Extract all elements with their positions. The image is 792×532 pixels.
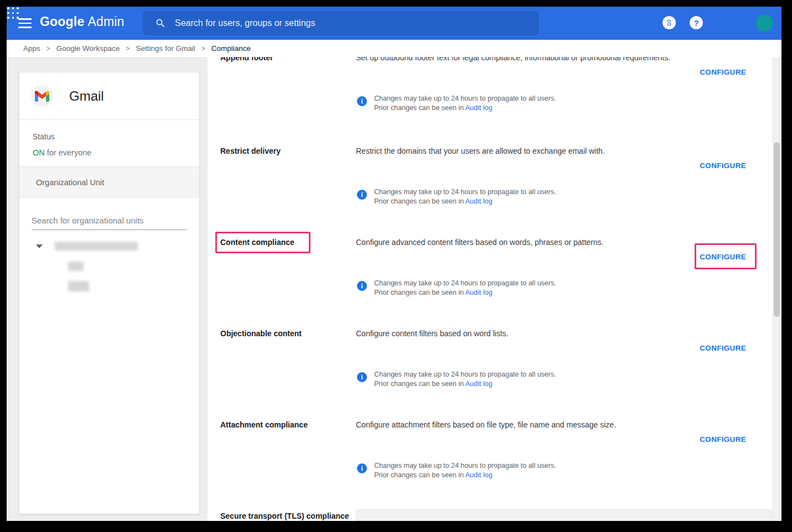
status-section: Status ONfor everyone [19,120,199,167]
setting-row-append-footer: Append footer Set up outbound footer tex… [208,57,772,125]
settings-list: Append footer Set up outbound footer tex… [208,57,772,521]
configure-button[interactable]: CONFIGURE [700,68,746,76]
content-area: Gmail Status ONfor everyone Organization… [7,57,781,521]
setting-description: Set up outbound footer text for legal co… [356,57,739,62]
setting-description: Configure advanced content filters based… [356,238,739,247]
setting-label: Content compliance [220,238,348,247]
propagation-note: i Changes may take up to 24 hours to pro… [357,94,556,113]
audit-log-link[interactable]: Audit log [465,104,493,112]
setting-description: Restrict the domains that your users are… [356,147,739,155]
vertical-scrollbar[interactable] [772,57,781,521]
brand-google: Google [40,14,84,29]
org-unit-child-redacted[interactable] [68,281,89,291]
hourglass-badge-icon[interactable] [662,16,676,29]
setting-label: Objectionable content [220,329,348,338]
breadcrumb: Apps > Google Workspace > Settings for G… [7,40,781,57]
breadcrumb-settings-for-gmail[interactable]: Settings for Gmail [136,44,195,53]
propagation-note: i Changes may take up to 24 hours to pro… [357,187,556,206]
breadcrumb-compliance: Compliance [211,44,251,53]
org-unit-search[interactable] [32,213,187,230]
audit-log-link[interactable]: Audit log [465,289,493,296]
search-icon [155,18,166,29]
gmail-service-card: Gmail Status ONfor everyone Organization… [19,72,200,514]
info-icon: i [357,463,367,473]
admin-console-window: GoogleAdmin ? Apps > Google Workspace > … [7,7,781,521]
audit-log-link[interactable]: Audit log [465,471,493,479]
setting-row-objectionable-content: Objectionable content Configure content … [208,329,772,401]
chevron-right-icon: > [46,45,50,53]
setting-label: Attachment compliance [220,420,348,429]
org-unit-search-input[interactable] [32,213,187,230]
setting-description: Configure content filters based on word … [356,329,739,338]
caret-down-icon[interactable] [36,244,43,248]
configure-button[interactable]: CONFIGURE [700,435,746,444]
tls-setting-panel[interactable] [356,509,772,521]
setting-description: Configure attachment filters based on fi… [356,420,739,429]
propagation-note: i Changes may take up to 24 hours to pro… [357,461,556,480]
audit-log-link[interactable]: Audit log [465,380,493,388]
scrollbar-thumb[interactable] [774,142,780,317]
account-avatar[interactable] [756,14,773,32]
configure-button[interactable]: CONFIGURE [700,161,746,170]
breadcrumb-google-workspace[interactable]: Google Workspace [56,44,120,53]
propagation-note: i Changes may take up to 24 hours to pro… [357,370,556,389]
setting-row-restrict-delivery: Restrict delivery Restrict the domains t… [208,147,772,218]
brand-logo[interactable]: GoogleAdmin [40,14,125,29]
org-unit-child-redacted[interactable] [68,262,84,271]
setting-row-content-compliance: Content compliance Configure advanced co… [208,238,772,310]
chevron-right-icon: > [126,45,130,53]
info-icon: i [357,281,367,291]
search-input[interactable] [175,18,507,28]
setting-label: Secure transport (TLS) compliance [220,512,364,520]
setting-label: Append footer [220,57,348,62]
setting-label: Restrict delivery [220,147,348,155]
sidebar: Gmail Status ONfor everyone Organization… [7,57,208,521]
configure-button[interactable]: CONFIGURE [700,253,746,261]
status-on-badge: ON [33,148,45,157]
menu-icon[interactable] [18,18,32,28]
help-icon[interactable]: ? [690,16,703,29]
brand-admin: Admin [87,14,124,29]
global-search[interactable] [143,11,539,35]
org-unit-root-redacted[interactable] [55,242,138,251]
card-header: Gmail [19,72,199,120]
status-value: ONfor everyone [33,148,199,157]
org-unit-header: Organizational Unit [19,167,199,198]
propagation-note: i Changes may take up to 24 hours to pro… [357,279,556,298]
info-icon: i [357,372,367,382]
setting-row-attachment-compliance: Attachment compliance Configure attachme… [208,420,772,492]
configure-button[interactable]: CONFIGURE [700,344,746,352]
chevron-right-icon: > [201,45,205,53]
app-bar: GoogleAdmin ? [7,7,781,40]
gmail-logo-icon [31,85,53,107]
service-title: Gmail [69,88,104,104]
info-icon: i [357,96,367,106]
audit-log-link[interactable]: Audit log [465,197,493,205]
breadcrumb-apps[interactable]: Apps [23,44,40,53]
info-icon: i [357,190,367,200]
status-label: Status [33,132,199,141]
